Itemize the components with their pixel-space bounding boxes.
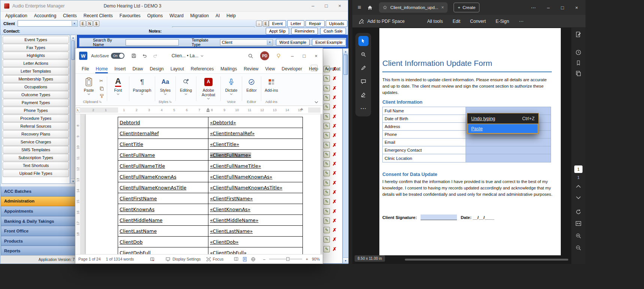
action-button[interactable]: Letter — [287, 20, 304, 27]
tool-menu-item[interactable]: All tools — [427, 19, 443, 24]
word-titlebar[interactable]: W AutoSave On Clien... • La... PD – — [75, 48, 323, 63]
zoom-slider-thumb[interactable] — [286, 257, 289, 261]
undo-menu-item[interactable]: Undo typing Ctrl+Z — [467, 113, 538, 124]
delete-row-button[interactable]: ✗ — [332, 227, 337, 233]
merge-field[interactable]: «ClientLastName» — [210, 228, 253, 234]
word-count[interactable]: 1 of 1314 words — [106, 257, 134, 261]
edit-row-button[interactable]: ✎ — [323, 208, 330, 215]
delete-row-button[interactable]: ✗ — [332, 123, 337, 129]
e-button[interactable]: E — [263, 21, 269, 27]
field-name[interactable]: ClientFullName — [120, 152, 155, 158]
sidebar-item[interactable]: Fax Types — [3, 44, 69, 51]
menu-item[interactable]: Options — [144, 13, 166, 18]
field-name[interactable]: ClientFullNameKnownAsTitle — [120, 185, 186, 191]
scrollbar-thumb[interactable] — [71, 40, 75, 60]
table-row[interactable]: ClientFullNameKnownAs «ClientFullNameKno… — [118, 171, 303, 182]
sidebar-item[interactable]: Letter Templates — [3, 67, 69, 75]
menu-item[interactable]: Clients — [60, 13, 80, 18]
avatar[interactable]: PD — [260, 51, 269, 60]
ribbon-tab[interactable]: References — [187, 64, 217, 73]
table-row[interactable]: DebtorId «DebtorId» — [118, 117, 303, 128]
download-button[interactable]: ↓ — [256, 21, 262, 27]
edit-row-button[interactable]: ✎ — [323, 198, 330, 205]
table-row[interactable]: ClientFirstName «ClientFirstName» — [118, 193, 303, 204]
delete-row-button[interactable]: ✗ — [332, 152, 337, 157]
autosave-toggle[interactable]: On — [111, 53, 124, 59]
copy-icon[interactable] — [99, 86, 104, 91]
zoom-tool[interactable] — [358, 49, 368, 60]
action-button[interactable]: Repair — [306, 20, 324, 27]
delete-row-button[interactable]: ✗ — [332, 237, 337, 242]
sidebar-section[interactable]: Products — [1, 236, 76, 246]
sidebar-item[interactable]: Occupations — [3, 83, 69, 91]
delete-row-button[interactable]: ✗ — [332, 180, 337, 186]
merge-field[interactable]: «ClientDobFull» — [210, 250, 247, 255]
template-type-combobox[interactable]: Client ▼ — [220, 39, 273, 46]
maximize-icon[interactable]: □ — [303, 53, 306, 59]
table-row[interactable]: ClientDobFull «ClientDobFull» — [118, 247, 303, 254]
vertical-ruler[interactable]: 89101112131415161718 — [75, 114, 81, 254]
next-page-icon[interactable] — [576, 196, 581, 199]
create-button[interactable]: + Create — [454, 3, 479, 12]
delete-row-button[interactable]: ✗ — [332, 85, 337, 91]
edit-row-button[interactable]: ✎ — [323, 236, 330, 243]
paragraph-button[interactable]: ¶ Paragraph — [130, 75, 154, 95]
edit-row-button[interactable]: ✎ — [323, 75, 330, 82]
field-name[interactable]: DebtorId — [120, 120, 140, 125]
chevron-down-icon[interactable]: ▼ — [72, 21, 77, 26]
edit-row-button[interactable]: ✎ — [323, 246, 330, 252]
indent-marker[interactable] — [207, 110, 210, 112]
sidebar-item[interactable]: Payment Types — [3, 99, 69, 106]
menu-item[interactable]: AI — [212, 13, 223, 18]
maximize-icon[interactable]: □ — [325, 3, 328, 9]
ribbon-tab[interactable]: Developer — [278, 64, 306, 73]
field-name[interactable]: ClientKnownAs — [120, 207, 154, 212]
table-row[interactable]: ClientMiddleName «ClientMiddleName» — [118, 215, 303, 226]
menu-item[interactable]: Help — [223, 13, 239, 18]
close-tab-icon[interactable]: × — [441, 5, 444, 10]
page-thumbnails-icon[interactable] — [575, 70, 581, 76]
row2-button[interactable]: Reminders — [291, 28, 318, 34]
search-by-name-input[interactable] — [126, 39, 179, 46]
paste-button[interactable]: Paste — [79, 75, 99, 95]
bookmark-icon[interactable] — [576, 60, 581, 66]
edit-row-button[interactable]: ✎ — [323, 189, 330, 195]
field-name[interactable]: ClientDob — [120, 239, 142, 245]
indent-marker[interactable] — [207, 108, 210, 110]
right-indent-marker[interactable] — [300, 108, 303, 110]
table-row[interactable]: ClientDob «ClientDob» — [118, 237, 303, 247]
merge-field[interactable]: «DebtorId» — [210, 120, 236, 125]
delete-row-button[interactable]: ✗ — [332, 218, 337, 223]
paste-menu-item[interactable]: Paste — [467, 124, 538, 134]
ribbon-tab[interactable]: Layout — [167, 64, 187, 73]
highlighter-tool[interactable] — [358, 63, 368, 73]
field-name[interactable]: ClientFullNameTitle — [120, 163, 165, 169]
ribbon-tab[interactable]: File — [78, 64, 92, 73]
sidebar-item[interactable]: Outcome Types — [3, 91, 69, 98]
comment-tool[interactable] — [358, 76, 368, 86]
edit-row-button[interactable]: ✎ — [323, 132, 330, 139]
editor-button[interactable]: Editor — [243, 75, 260, 92]
sidebar-item[interactable]: Membership Types — [3, 75, 69, 83]
menu-item[interactable]: Recent Clients — [80, 13, 116, 18]
delete-row-button[interactable]: ✗ — [332, 209, 337, 214]
delete-row-button[interactable]: ✗ — [332, 95, 337, 100]
delete-row-button[interactable]: ✗ — [332, 133, 337, 138]
sidebar-item[interactable]: Event Types — [3, 36, 69, 43]
sidebar-item[interactable]: Recovery Plans — [3, 130, 69, 138]
delete-row-button[interactable]: ✗ — [332, 114, 337, 119]
edit-row-button[interactable]: ✎ — [323, 85, 330, 91]
pdf-page[interactable]: Client Information Update Form This form… — [379, 28, 561, 255]
format-painter-icon[interactable] — [99, 94, 104, 98]
tool-menu-item[interactable]: E-Sign — [496, 19, 509, 24]
sidebar-item[interactable]: Phone Types — [3, 107, 69, 114]
scroll-down-icon[interactable]: ▼ — [343, 258, 348, 263]
merge-field[interactable]: «ClientDob» — [210, 239, 238, 245]
table-row[interactable]: ClientTitle «ClientTitle» — [118, 139, 303, 150]
tool-menu-item[interactable]: Edit — [452, 19, 460, 24]
zoom-slider[interactable] — [269, 259, 302, 259]
row2-button[interactable]: Cash Sale — [320, 28, 346, 34]
menu-item[interactable]: Application — [2, 13, 31, 18]
edit-row-button[interactable]: ✎ — [323, 180, 330, 186]
sidebar-item[interactable]: Text Shortcuts — [3, 162, 69, 169]
